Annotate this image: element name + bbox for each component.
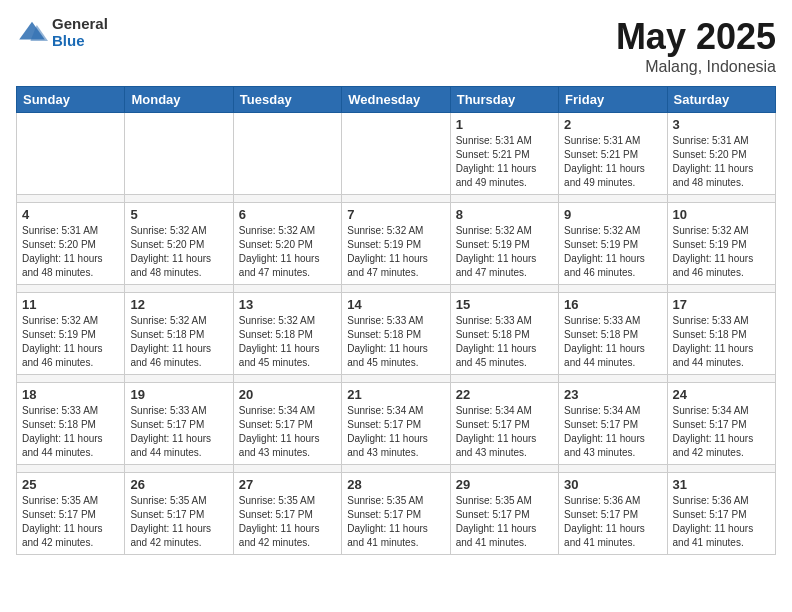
day-info: Sunrise: 5:32 AM Sunset: 5:18 PM Dayligh… — [130, 314, 227, 370]
weekday-header-row: SundayMondayTuesdayWednesdayThursdayFrid… — [17, 87, 776, 113]
day-number: 13 — [239, 297, 336, 312]
day-number: 21 — [347, 387, 444, 402]
weekday-header-thursday: Thursday — [450, 87, 558, 113]
day-number: 25 — [22, 477, 119, 492]
week-separator — [17, 465, 776, 473]
calendar-cell: 6Sunrise: 5:32 AM Sunset: 5:20 PM Daylig… — [233, 203, 341, 285]
day-info: Sunrise: 5:31 AM Sunset: 5:21 PM Dayligh… — [564, 134, 661, 190]
day-info: Sunrise: 5:35 AM Sunset: 5:17 PM Dayligh… — [239, 494, 336, 550]
calendar-cell: 17Sunrise: 5:33 AM Sunset: 5:18 PM Dayli… — [667, 293, 775, 375]
day-number: 10 — [673, 207, 770, 222]
day-info: Sunrise: 5:35 AM Sunset: 5:17 PM Dayligh… — [456, 494, 553, 550]
calendar-cell: 30Sunrise: 5:36 AM Sunset: 5:17 PM Dayli… — [559, 473, 667, 555]
calendar-cell: 19Sunrise: 5:33 AM Sunset: 5:17 PM Dayli… — [125, 383, 233, 465]
week-separator — [17, 375, 776, 383]
calendar-cell: 20Sunrise: 5:34 AM Sunset: 5:17 PM Dayli… — [233, 383, 341, 465]
logo-icon — [16, 17, 48, 49]
weekday-header-monday: Monday — [125, 87, 233, 113]
day-number: 26 — [130, 477, 227, 492]
day-number: 7 — [347, 207, 444, 222]
day-number: 8 — [456, 207, 553, 222]
calendar-cell — [342, 113, 450, 195]
day-number: 23 — [564, 387, 661, 402]
day-info: Sunrise: 5:34 AM Sunset: 5:17 PM Dayligh… — [673, 404, 770, 460]
calendar-table: SundayMondayTuesdayWednesdayThursdayFrid… — [16, 86, 776, 555]
day-number: 19 — [130, 387, 227, 402]
calendar-cell: 23Sunrise: 5:34 AM Sunset: 5:17 PM Dayli… — [559, 383, 667, 465]
calendar-cell: 15Sunrise: 5:33 AM Sunset: 5:18 PM Dayli… — [450, 293, 558, 375]
calendar-cell: 29Sunrise: 5:35 AM Sunset: 5:17 PM Dayli… — [450, 473, 558, 555]
calendar-cell: 28Sunrise: 5:35 AM Sunset: 5:17 PM Dayli… — [342, 473, 450, 555]
calendar-cell: 12Sunrise: 5:32 AM Sunset: 5:18 PM Dayli… — [125, 293, 233, 375]
calendar-cell: 27Sunrise: 5:35 AM Sunset: 5:17 PM Dayli… — [233, 473, 341, 555]
week-separator — [17, 195, 776, 203]
calendar-cell: 10Sunrise: 5:32 AM Sunset: 5:19 PM Dayli… — [667, 203, 775, 285]
logo-blue: Blue — [52, 33, 108, 50]
day-number: 5 — [130, 207, 227, 222]
day-number: 4 — [22, 207, 119, 222]
day-number: 12 — [130, 297, 227, 312]
day-number: 20 — [239, 387, 336, 402]
day-number: 11 — [22, 297, 119, 312]
day-number: 16 — [564, 297, 661, 312]
day-info: Sunrise: 5:31 AM Sunset: 5:20 PM Dayligh… — [22, 224, 119, 280]
calendar-cell: 21Sunrise: 5:34 AM Sunset: 5:17 PM Dayli… — [342, 383, 450, 465]
weekday-header-tuesday: Tuesday — [233, 87, 341, 113]
day-info: Sunrise: 5:34 AM Sunset: 5:17 PM Dayligh… — [564, 404, 661, 460]
title-location: Malang, Indonesia — [616, 58, 776, 76]
day-number: 9 — [564, 207, 661, 222]
day-number: 28 — [347, 477, 444, 492]
calendar-cell: 31Sunrise: 5:36 AM Sunset: 5:17 PM Dayli… — [667, 473, 775, 555]
day-number: 2 — [564, 117, 661, 132]
logo-text: General Blue — [52, 16, 108, 49]
day-number: 15 — [456, 297, 553, 312]
day-number: 1 — [456, 117, 553, 132]
calendar-cell: 18Sunrise: 5:33 AM Sunset: 5:18 PM Dayli… — [17, 383, 125, 465]
calendar-week-5: 25Sunrise: 5:35 AM Sunset: 5:17 PM Dayli… — [17, 473, 776, 555]
day-number: 29 — [456, 477, 553, 492]
calendar-cell: 7Sunrise: 5:32 AM Sunset: 5:19 PM Daylig… — [342, 203, 450, 285]
weekday-header-friday: Friday — [559, 87, 667, 113]
day-number: 22 — [456, 387, 553, 402]
day-info: Sunrise: 5:32 AM Sunset: 5:20 PM Dayligh… — [130, 224, 227, 280]
calendar-cell — [17, 113, 125, 195]
day-info: Sunrise: 5:31 AM Sunset: 5:20 PM Dayligh… — [673, 134, 770, 190]
day-info: Sunrise: 5:35 AM Sunset: 5:17 PM Dayligh… — [130, 494, 227, 550]
day-info: Sunrise: 5:36 AM Sunset: 5:17 PM Dayligh… — [673, 494, 770, 550]
day-info: Sunrise: 5:32 AM Sunset: 5:19 PM Dayligh… — [564, 224, 661, 280]
day-info: Sunrise: 5:32 AM Sunset: 5:20 PM Dayligh… — [239, 224, 336, 280]
day-info: Sunrise: 5:34 AM Sunset: 5:17 PM Dayligh… — [456, 404, 553, 460]
calendar-cell: 4Sunrise: 5:31 AM Sunset: 5:20 PM Daylig… — [17, 203, 125, 285]
day-info: Sunrise: 5:32 AM Sunset: 5:19 PM Dayligh… — [456, 224, 553, 280]
week-separator — [17, 285, 776, 293]
day-number: 14 — [347, 297, 444, 312]
calendar-cell: 8Sunrise: 5:32 AM Sunset: 5:19 PM Daylig… — [450, 203, 558, 285]
weekday-header-saturday: Saturday — [667, 87, 775, 113]
day-info: Sunrise: 5:33 AM Sunset: 5:18 PM Dayligh… — [564, 314, 661, 370]
day-number: 27 — [239, 477, 336, 492]
day-info: Sunrise: 5:33 AM Sunset: 5:17 PM Dayligh… — [130, 404, 227, 460]
calendar-cell: 16Sunrise: 5:33 AM Sunset: 5:18 PM Dayli… — [559, 293, 667, 375]
weekday-header-wednesday: Wednesday — [342, 87, 450, 113]
day-number: 3 — [673, 117, 770, 132]
day-info: Sunrise: 5:32 AM Sunset: 5:19 PM Dayligh… — [22, 314, 119, 370]
calendar-cell: 1Sunrise: 5:31 AM Sunset: 5:21 PM Daylig… — [450, 113, 558, 195]
day-number: 31 — [673, 477, 770, 492]
day-info: Sunrise: 5:32 AM Sunset: 5:19 PM Dayligh… — [673, 224, 770, 280]
calendar-cell: 2Sunrise: 5:31 AM Sunset: 5:21 PM Daylig… — [559, 113, 667, 195]
calendar-cell: 9Sunrise: 5:32 AM Sunset: 5:19 PM Daylig… — [559, 203, 667, 285]
calendar-cell: 26Sunrise: 5:35 AM Sunset: 5:17 PM Dayli… — [125, 473, 233, 555]
calendar-week-2: 4Sunrise: 5:31 AM Sunset: 5:20 PM Daylig… — [17, 203, 776, 285]
calendar-cell: 14Sunrise: 5:33 AM Sunset: 5:18 PM Dayli… — [342, 293, 450, 375]
weekday-header-sunday: Sunday — [17, 87, 125, 113]
day-info: Sunrise: 5:31 AM Sunset: 5:21 PM Dayligh… — [456, 134, 553, 190]
calendar-cell: 13Sunrise: 5:32 AM Sunset: 5:18 PM Dayli… — [233, 293, 341, 375]
day-info: Sunrise: 5:33 AM Sunset: 5:18 PM Dayligh… — [347, 314, 444, 370]
calendar-cell: 5Sunrise: 5:32 AM Sunset: 5:20 PM Daylig… — [125, 203, 233, 285]
calendar-cell — [233, 113, 341, 195]
day-info: Sunrise: 5:34 AM Sunset: 5:17 PM Dayligh… — [239, 404, 336, 460]
day-number: 18 — [22, 387, 119, 402]
calendar-week-4: 18Sunrise: 5:33 AM Sunset: 5:18 PM Dayli… — [17, 383, 776, 465]
day-info: Sunrise: 5:33 AM Sunset: 5:18 PM Dayligh… — [673, 314, 770, 370]
day-info: Sunrise: 5:35 AM Sunset: 5:17 PM Dayligh… — [22, 494, 119, 550]
